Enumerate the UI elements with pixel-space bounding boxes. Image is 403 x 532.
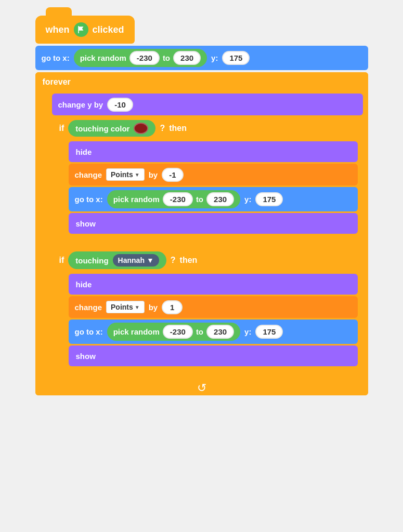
hide-label-2: hide [76,280,92,289]
min-input-3[interactable]: -230 [163,325,193,339]
points-dropdown-1[interactable]: Points ▼ [106,168,145,181]
by-label-2: by [149,303,158,312]
goto-label-1: go to x: [42,54,70,62]
min-input-2[interactable]: -230 [163,192,193,206]
pick-random-label-3: pick random [113,327,160,336]
forever-block: forever change y by -10 if touching colo… [35,72,368,395]
hannah-dropdown[interactable]: Hannah ▼ [113,254,159,267]
points-value-2[interactable]: 1 [162,300,183,314]
change-points-label-1: change [75,170,102,179]
color-circle[interactable] [134,123,148,134]
by-label-1: by [149,170,158,179]
if-block-1: if touching color ? then hide [52,117,363,247]
goto-block-2: go to x: pick random -230 to 230 y: 175 [69,187,358,211]
if-label-2: if [59,256,64,265]
touching-hannah-condition: touching Hannah ▼ [68,251,166,269]
when-clicked-block: when clicked [35,16,135,44]
show-label-2: show [76,352,96,361]
pick-random-1: pick random -230 to 230 [74,49,207,67]
y-label-1: y: [211,54,218,62]
question-2: ? [171,256,176,265]
if-header-2: if touching Hannah ▼ ? then [52,248,363,272]
y-val-1[interactable]: 175 [222,51,250,65]
y-label-3: y: [244,327,251,336]
hide-block-1: hide [69,141,358,162]
clicked-label: clicked [93,24,124,35]
change-y-block: change y by -10 [52,94,363,115]
dropdown-arrow-1: ▼ [135,172,140,178]
min-input-1[interactable]: -230 [129,51,160,65]
change-points-label-2: change [75,303,102,312]
y-label-2: y: [244,195,251,204]
points-dropdown-2[interactable]: Points ▼ [106,301,145,313]
forever-body: change y by -10 if touching color ? then [52,92,368,381]
hannah-label: Hannah [118,256,145,264]
goto-label-3: go to x: [75,327,103,336]
y-val-3[interactable]: 175 [255,325,283,339]
forever-label: forever [43,77,71,87]
touching-color-label: touching color [75,124,129,133]
to-label-1: to [163,54,170,62]
max-input-3[interactable]: 230 [206,325,234,339]
points-dropdown-label-1: Points [111,170,133,179]
change-points-1: change Points ▼ by -1 [69,164,358,185]
dropdown-arrow-2: ▼ [135,304,140,310]
change-y-label: change y by [58,100,103,109]
if-footer-2 [52,368,363,379]
points-value-1[interactable]: -1 [162,168,183,182]
when-label: when [46,24,70,35]
if-footer-1 [52,235,363,247]
y-val-2[interactable]: 175 [255,192,283,206]
show-block-2: show [69,345,358,366]
to-label-2: to [196,195,203,204]
max-input-2[interactable]: 230 [206,192,234,206]
hide-label-1: hide [76,148,92,156]
touching-label-2: touching [75,256,108,265]
hannah-arrow: ▼ [147,256,154,264]
question-1: ? [160,124,165,133]
if-label-1: if [59,124,64,133]
pick-random-label-2: pick random [113,195,160,204]
if-block-2: if touching Hannah ▼ ? then [52,248,363,379]
goto-block-1: go to x: pick random -230 to 230 y: 175 [35,46,368,70]
hide-block-2: hide [69,274,358,295]
goto-block-3: go to x: pick random -230 to 230 y: 175 [69,320,358,344]
repeat-arrow: ↺ [197,381,206,395]
forever-header: forever [35,72,368,92]
show-block-1: show [69,213,358,234]
points-dropdown-label-2: Points [111,303,133,311]
if-body-2: hide change Points ▼ by 1 [69,272,363,368]
pick-random-3: pick random -230 to 230 [107,323,240,341]
if-header-1: if touching color ? then [52,117,363,140]
touching-color-condition: touching color [68,120,155,137]
forever-footer: ↺ [35,381,368,395]
pick-random-2: pick random -230 to 230 [107,190,240,208]
pick-random-label-1: pick random [80,54,126,62]
to-label-3: to [196,327,203,336]
then-label-2: then [180,256,198,265]
goto-label-2: go to x: [75,195,103,204]
if-body-1: hide change Points ▼ by -1 [69,140,363,235]
then-label-1: then [169,124,187,133]
change-points-2: change Points ▼ by 1 [69,296,358,318]
show-label-1: show [76,219,96,228]
change-y-value[interactable]: -10 [107,98,133,112]
flag-icon [74,22,88,37]
max-input-1[interactable]: 230 [173,51,201,65]
